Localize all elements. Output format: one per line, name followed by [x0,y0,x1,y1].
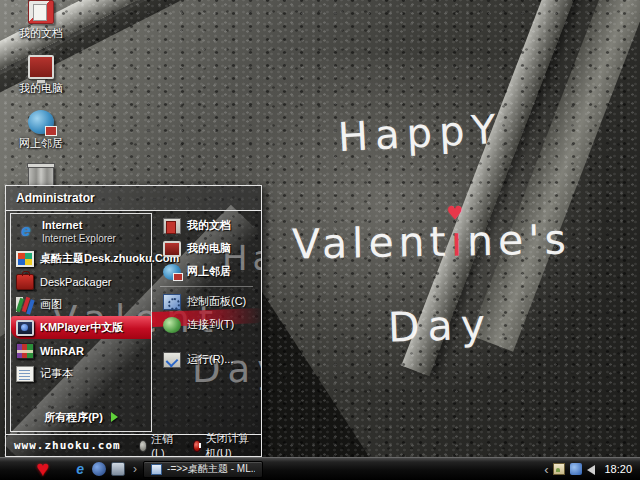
menu-item-label: WinRAR [40,345,84,357]
menu-item-kmplayer[interactable]: KMPlayer中文版 [11,316,151,339]
quicklaunch-ie-icon[interactable]: e [73,462,87,476]
menu-item-network-places[interactable]: 网上邻居 [158,260,261,283]
desktop-icon-label: 网上邻居 [10,136,72,151]
all-programs-button[interactable]: 所有程序(P) [11,406,151,428]
logged-in-user: Administrator [16,191,95,205]
start-button-heart-icon[interactable]: ♥ [36,459,49,479]
menu-item-label: 连接到(T) [187,317,234,332]
log-off-icon [139,440,148,452]
shut-down-label: 关闭计算机(U) [205,431,253,458]
start-menu-program-list: e Internet Internet Explorer 桌酷主题Desk.zh… [10,213,152,432]
menu-item-label: DeskPackager [40,276,112,288]
zhuoku-site-label: www.zhuoku.com [14,439,121,452]
shut-down-button[interactable]: 关闭计算机(U) [193,431,253,458]
desktop: HappY Valentı♥ne's Day 我的文档 我的电脑 网上邻居 回收… [0,0,640,480]
tray-volume-icon[interactable] [587,465,595,475]
start-menu-places-list: 我的文档 我的电脑 网上邻居 控制面板(C) [152,211,261,434]
tray-collapse-icon[interactable]: ‹ [544,462,548,477]
quick-launch-bar: e [73,462,125,476]
menu-item-sublabel: Internet Explorer [42,233,116,244]
paint-icon [16,297,34,313]
log-off-button[interactable]: 注销(L) [139,432,175,457]
tray-image-icon[interactable] [553,463,565,475]
quicklaunch-media-icon[interactable] [92,462,106,476]
menu-item-notepad[interactable]: 记事本 [11,362,151,385]
desktop-icon-label: 我的电脑 [10,81,72,96]
all-programs-label: 所有程序(P) [44,410,103,425]
menu-item-label: KMPlayer中文版 [40,321,123,333]
menu-item-label: 画图 [40,297,62,312]
control-panel-icon [163,294,181,310]
menu-item-zhuoku-theme[interactable]: 桌酷主题Desk.zhuoku.Com [11,247,151,270]
taskbar-clock: 18:20 [604,463,632,475]
menu-item-my-computer[interactable]: 我的电脑 [158,237,261,260]
connect-to-icon [163,317,181,333]
menu-item-run[interactable]: 运行(R)... [158,348,261,371]
menu-item-label: 网上邻居 [187,265,231,277]
start-menu-header: Administrator [6,186,261,211]
menu-item-control-panel[interactable]: 控制面板(C) [158,290,261,313]
winrar-icon [16,343,34,359]
menu-item-label: Internet [42,219,82,231]
internet-explorer-icon: e [16,223,36,241]
log-off-label: 注销(L) [151,432,174,457]
task-label: -=>>桌酷主题 - ML.. [167,462,255,476]
menu-item-my-documents[interactable]: 我的文档 [158,214,261,237]
menu-item-internet-explorer[interactable]: e Internet Internet Explorer [11,217,151,247]
zhuoku-theme-icon [16,251,34,267]
my-documents-icon [163,218,181,234]
desktop-icon-network-places[interactable]: 网上邻居 [10,110,72,151]
all-programs-arrow-icon [111,412,118,422]
menu-item-label: 记事本 [40,366,73,381]
menu-item-label: 运行(R)... [187,352,233,367]
my-computer-icon [28,55,54,79]
notepad-icon [16,366,34,382]
quicklaunch-show-desktop-icon[interactable] [111,462,125,476]
taskbar-task-zhuoku[interactable]: -=>>桌酷主题 - ML.. [143,461,263,478]
task-window-icon [151,464,162,475]
menu-gap [158,336,261,348]
system-tray: ‹ 18:20 [544,462,640,477]
quicklaunch-chevron-icon[interactable]: › [133,462,137,476]
menu-item-label: 我的文档 [187,219,231,231]
tray-messenger-icon[interactable] [570,463,582,475]
start-menu: Hap Valent Day Administrator e Internet … [5,185,262,457]
start-menu-body: e Internet Internet Explorer 桌酷主题Desk.zh… [6,211,261,434]
menu-item-deskpackager[interactable]: DeskPackager [11,270,151,293]
menu-separator [160,286,253,287]
menu-item-connect-to[interactable]: 连接到(T) [158,313,261,336]
network-places-icon [28,110,54,134]
start-menu-footer: www.zhuoku.com 注销(L) 关闭计算机(U) [6,434,261,456]
deskpackager-icon [16,274,34,290]
menu-item-label: 控制面板(C) [187,294,246,309]
my-documents-icon [28,0,54,24]
menu-item-label: 我的电脑 [187,242,231,254]
taskbar: ♥ e › -=>>桌酷主题 - ML.. ‹ 18:20 [0,457,640,480]
menu-item-paint[interactable]: 画图 [11,293,151,316]
run-icon [163,352,181,368]
power-icon [193,440,202,452]
desktop-icon-label: 我的文档 [10,26,72,41]
desktop-icon-my-documents[interactable]: 我的文档 [10,0,72,41]
menu-item-winrar[interactable]: WinRAR [11,339,151,362]
kmplayer-icon [16,320,34,336]
my-computer-icon [163,241,181,257]
desktop-icon-my-computer[interactable]: 我的电脑 [10,55,72,96]
start-menu-content: Administrator e Internet Internet Explor… [6,186,261,456]
network-places-icon [163,264,181,280]
